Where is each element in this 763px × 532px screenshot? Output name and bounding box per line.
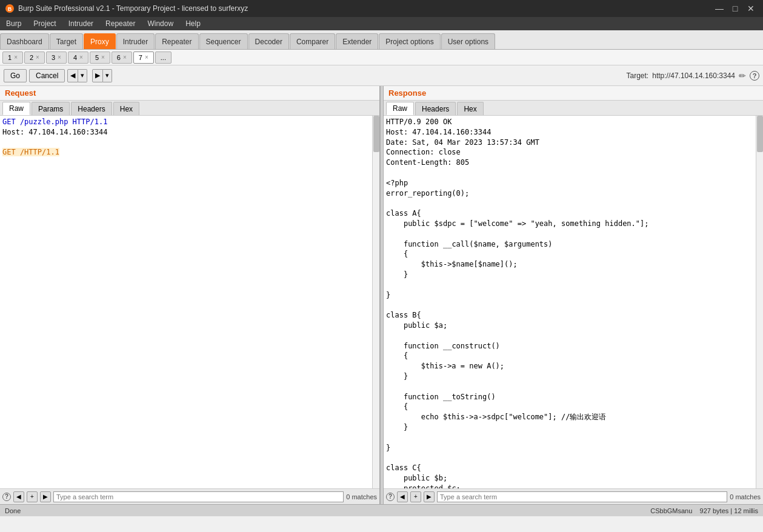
target-label: Target: [627,71,649,80]
rep-tab-label: 1 [8,54,12,61]
titlebar: B Burp Suite Professional v2.1 - Tempora… [0,0,763,17]
rep-tab-label: ... [161,54,166,61]
response-scrollbar[interactable] [756,116,763,488]
maximize-button[interactable]: □ [728,1,742,16]
repeater-tab-1[interactable]: 1 × [2,52,23,64]
fwd-nav-group: ▶ ▾ [90,69,112,82]
minimize-button[interactable]: — [712,1,727,16]
menu-project[interactable]: Project [27,17,62,30]
cancel-button[interactable]: Cancel [29,69,65,82]
rep-tab-close-2[interactable]: × [36,54,39,61]
response-search-prev[interactable]: ◀ [397,491,408,502]
status-right-info: CSbbGMsanu 927 bytes | 12 millis [650,507,758,514]
tab-intruder[interactable]: Intruder [116,33,155,49]
rep-tab-label: 2 [30,54,33,61]
app-title: Burp Suite Professional v2.1 - Temporary… [18,4,248,13]
response-search-input[interactable] [437,491,727,502]
rep-tab-label: 7 [139,54,142,61]
menu-help[interactable]: Help [179,17,207,30]
repeater-tab-more[interactable]: ... [155,52,172,64]
tab-proxy[interactable]: Proxy [84,33,116,49]
rep-tab-close-7[interactable]: × [145,54,148,61]
response-match-count: 0 matches [730,493,761,500]
response-tab-hex[interactable]: Hex [457,102,483,115]
menu-intruder[interactable]: Intruder [62,17,99,30]
tab-extender[interactable]: Extender [336,33,378,49]
fwd-dropdown-button[interactable]: ▾ [103,69,112,82]
response-search-bar: ? ◀ + ▶ 0 matches [384,488,763,504]
request-search-prev[interactable]: ◀ [13,491,24,502]
tab-decoder[interactable]: Decoder [248,33,289,49]
svg-text:B: B [8,6,12,12]
window-controls: — □ ✕ [712,1,758,16]
request-tab-hex[interactable]: Hex [113,102,139,115]
repeater-tab-2[interactable]: 2 × [24,52,45,64]
request-sub-tabs: Raw Params Headers Hex [0,101,379,116]
edit-target-icon[interactable]: ✏ [739,71,746,81]
request-content: GET /puzzle.php HTTP/1.1 Host: 47.104.14… [2,117,377,158]
target-url: http://47.104.14.160:3344 [652,71,735,80]
forward-button[interactable]: ▶ [92,69,103,82]
request-search-next[interactable]: ▶ [40,491,51,502]
back-button[interactable]: ◀ [67,69,78,82]
response-panel: Response Raw Headers Hex HTTP/0.9 200 OK… [384,86,763,504]
repeater-tab-7[interactable]: 7 × [133,52,154,64]
tab-sequencer[interactable]: Sequencer [199,33,248,49]
tab-comparer[interactable]: Comparer [290,33,335,49]
tab-project-options[interactable]: Project options [379,33,440,49]
toolbar: Go Cancel ◀ ▾ ▶ ▾ Target: http://47.104.… [0,65,763,86]
request-content-area[interactable]: GET /puzzle.php HTTP/1.1 Host: 47.104.14… [0,116,379,488]
tab-user-options[interactable]: User options [441,33,495,49]
request-search-add[interactable]: + [27,491,38,502]
tab-dashboard[interactable]: Dashboard [0,33,49,49]
response-content: HTTP/0.9 200 OK Host: 47.104.14.160:3344… [386,117,761,488]
response-search-help-icon[interactable]: ? [386,493,395,501]
request-highlighted: GET /HTTP/1.1 [2,148,59,156]
rep-tab-close-5[interactable]: × [101,54,105,61]
request-blank [2,138,7,147]
request-search-bar: ? ◀ + ▶ 0 matches [0,488,379,504]
statusbar: Done CSbbGMsanu 927 bytes | 12 millis [0,504,763,516]
close-button[interactable]: ✕ [744,1,758,16]
menu-window[interactable]: Window [141,17,179,30]
status-text: Done [5,507,21,514]
response-content-area[interactable]: HTTP/0.9 200 OK Host: 47.104.14.160:3344… [384,116,763,488]
response-tab-raw[interactable]: Raw [386,102,414,115]
menubar: Burp Project Intruder Repeater Window He… [0,17,763,30]
request-match-count: 0 matches [346,493,377,500]
request-tab-params[interactable]: Params [32,102,70,115]
request-scrollbar[interactable] [372,116,379,488]
repeater-tab-3[interactable]: 3 × [46,52,67,64]
rep-tab-close-4[interactable]: × [79,54,83,61]
menu-burp[interactable]: Burp [0,17,27,30]
repeater-tab-4[interactable]: 4 × [68,52,88,64]
tab-target[interactable]: Target [50,33,83,49]
menu-repeater[interactable]: Repeater [99,17,141,30]
rep-tab-close-6[interactable]: × [123,54,127,61]
request-scroll-thumb [373,116,379,152]
repeater-tab-5[interactable]: 5 × [90,52,110,64]
main-content: Request Raw Params Headers Hex GET /puzz… [0,86,763,504]
rep-tab-close-3[interactable]: × [58,54,61,61]
burp-logo-icon: B [5,4,15,13]
go-button[interactable]: Go [4,69,27,82]
response-tab-headers[interactable]: Headers [415,102,456,115]
main-tabbar: Dashboard Target Proxy Intruder Repeater… [0,30,763,50]
target-info: Target: http://47.104.14.160:3344 ✏ ? [627,71,759,81]
request-search-help-icon[interactable]: ? [2,493,11,501]
request-line1: GET /puzzle.php HTTP/1.1 [2,118,107,126]
request-header: Request [0,86,379,101]
rep-tab-label: 4 [73,54,77,61]
request-search-input[interactable] [53,491,344,502]
response-search-next[interactable]: ▶ [424,491,435,502]
response-search-add[interactable]: + [410,491,421,502]
help-icon[interactable]: ? [750,71,759,81]
rep-tab-close-1[interactable]: × [14,54,18,61]
tab-repeater[interactable]: Repeater [155,33,198,49]
back-dropdown-button[interactable]: ▾ [78,69,87,82]
repeater-tab-6[interactable]: 6 × [112,52,132,64]
request-tab-raw[interactable]: Raw [2,102,30,115]
title-left: B Burp Suite Professional v2.1 - Tempora… [5,4,248,13]
request-tab-headers[interactable]: Headers [71,102,112,115]
rep-tab-label: 6 [117,54,121,61]
